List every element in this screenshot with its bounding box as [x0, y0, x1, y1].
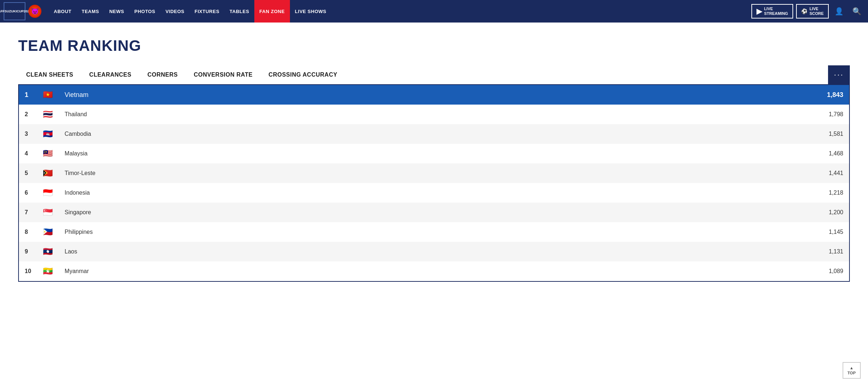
- rank-number: 6: [19, 183, 37, 203]
- country-name: Philippines: [59, 222, 533, 242]
- nav-item-photos[interactable]: PHOTOS: [129, 0, 161, 23]
- tab-bar: CLEAN SHEETSCLEARANCESCORNERSCONVERSION …: [18, 65, 850, 84]
- table-row: 9 🇱🇦 Laos 1,131: [19, 242, 849, 261]
- table-row: 8 🇵🇭 Philippines 1,145: [19, 222, 849, 242]
- back-to-top-button[interactable]: ▲ TOP: [843, 362, 861, 379]
- rank-number: 7: [19, 203, 37, 222]
- nav-item-news[interactable]: NEWS: [104, 0, 129, 23]
- tab-clearances[interactable]: CLEARANCES: [81, 66, 140, 83]
- table-row: 4 🇲🇾 Malaysia 1,468: [19, 144, 849, 163]
- tab-more-button[interactable]: ···: [828, 65, 850, 84]
- flag-cell: 🇲🇾: [37, 144, 59, 163]
- page-title: TEAM RANKING: [18, 37, 850, 54]
- nav-item-live-shows[interactable]: LIVE SHOWS: [290, 0, 332, 23]
- score-value: 1,200: [533, 203, 849, 222]
- table-row: 6 🇮🇩 Indonesia 1,218: [19, 183, 849, 203]
- tab-clean-sheets[interactable]: CLEAN SHEETS: [18, 66, 81, 83]
- flag-cell: 🇰🇭: [37, 124, 59, 144]
- tab-crossing-accuracy[interactable]: CROSSING ACCURACY: [261, 66, 345, 83]
- table-row: 3 🇰🇭 Cambodia 1,581: [19, 124, 849, 144]
- country-name: Indonesia: [59, 183, 533, 203]
- score-value: 1,581: [533, 124, 849, 144]
- flag-cell: 🇹🇱: [37, 163, 59, 183]
- tab-conversion-rate[interactable]: CONVERSION RATE: [186, 66, 261, 83]
- rank-number: 5: [19, 163, 37, 183]
- rank-number: 1: [19, 85, 37, 105]
- nav-item-fixtures[interactable]: FIXTURES: [190, 0, 225, 23]
- navbar: AFF SUZUKI CUP 2020 😈 ABOUTTEAMSNEWSPHOT…: [0, 0, 868, 23]
- nav-item-videos[interactable]: VIDEOS: [160, 0, 189, 23]
- nav-links: ABOUTTEAMSNEWSPHOTOSVIDEOSFIXTURESTABLES…: [49, 0, 751, 23]
- score-value: 1,843: [533, 85, 849, 105]
- table-row: 2 🇹🇭 Thailand 1,798: [19, 105, 849, 124]
- nav-item-fan-zone[interactable]: FAN ZONE: [254, 0, 290, 23]
- country-name: Timor-Leste: [59, 163, 533, 183]
- live-score-button[interactable]: ⚽ LIVESCORE: [796, 4, 829, 19]
- flag-cell: 🇲🇲: [37, 261, 59, 281]
- nav-item-tables[interactable]: TABLES: [225, 0, 254, 23]
- score-value: 1,131: [533, 242, 849, 261]
- country-name: Cambodia: [59, 124, 533, 144]
- flag-cell: 🇮🇩: [37, 183, 59, 203]
- score-value: 1,468: [533, 144, 849, 163]
- flag-cell: 🇹🇭: [37, 105, 59, 124]
- table-row: 10 🇲🇲 Myanmar 1,089: [19, 261, 849, 281]
- rank-number: 9: [19, 242, 37, 261]
- nav-right: ▶ LIVESTREAMING ⚽ LIVESCORE 👤 🔍: [751, 4, 864, 19]
- score-value: 1,089: [533, 261, 849, 281]
- logo[interactable]: AFF SUZUKI CUP 2020 😈: [4, 2, 41, 20]
- flag-cell: 🇱🇦: [37, 242, 59, 261]
- live-streaming-button[interactable]: ▶ LIVESTREAMING: [751, 4, 793, 19]
- flag-cell: 🇸🇬: [37, 203, 59, 222]
- table-row: 1 🇻🇳 Vietnam 1,843: [19, 85, 849, 105]
- score-value: 1,145: [533, 222, 849, 242]
- score-value: 1,798: [533, 105, 849, 124]
- country-name: Thailand: [59, 105, 533, 124]
- score-value: 1,218: [533, 183, 849, 203]
- user-icon-button[interactable]: 👤: [832, 5, 847, 17]
- nav-item-teams[interactable]: TEAMS: [77, 0, 104, 23]
- table-row: 5 🇹🇱 Timor-Leste 1,441: [19, 163, 849, 183]
- table-row: 7 🇸🇬 Singapore 1,200: [19, 203, 849, 222]
- country-name: Malaysia: [59, 144, 533, 163]
- flag-cell: 🇵🇭: [37, 222, 59, 242]
- logo-box: AFF SUZUKI CUP 2020: [4, 2, 25, 20]
- mascot-icon: 😈: [28, 5, 41, 18]
- country-name: Laos: [59, 242, 533, 261]
- nav-item-about[interactable]: ABOUT: [49, 0, 77, 23]
- rank-number: 4: [19, 144, 37, 163]
- country-name: Vietnam: [59, 85, 533, 105]
- search-icon-button[interactable]: 🔍: [849, 5, 864, 17]
- rank-number: 2: [19, 105, 37, 124]
- ranking-table: 1 🇻🇳 Vietnam 1,843 2 🇹🇭 Thailand 1,798 3…: [18, 84, 850, 282]
- tab-corners[interactable]: CORNERS: [140, 66, 186, 83]
- main-content: TEAM RANKING CLEAN SHEETSCLEARANCESCORNE…: [0, 23, 868, 386]
- country-name: Singapore: [59, 203, 533, 222]
- rank-number: 10: [19, 261, 37, 281]
- rank-number: 3: [19, 124, 37, 144]
- rank-number: 8: [19, 222, 37, 242]
- country-name: Myanmar: [59, 261, 533, 281]
- flag-cell: 🇻🇳: [37, 85, 59, 105]
- score-value: 1,441: [533, 163, 849, 183]
